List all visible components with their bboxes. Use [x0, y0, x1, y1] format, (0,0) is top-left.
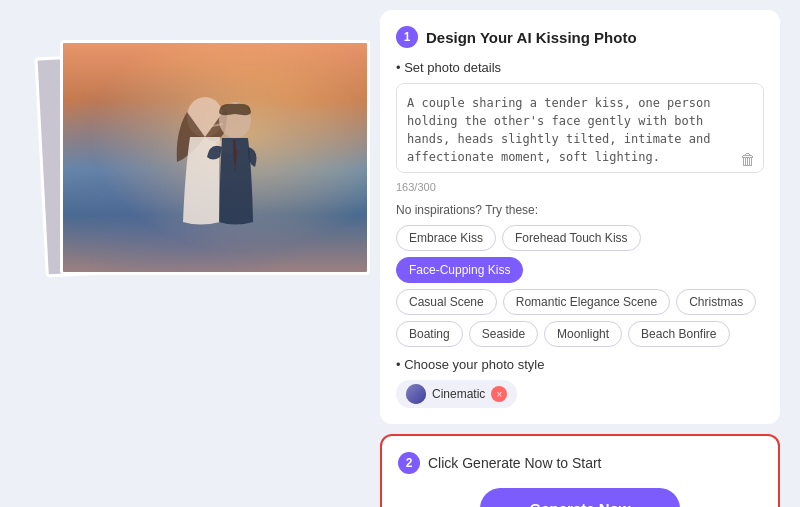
generate-now-button[interactable]: Generate Now	[480, 488, 680, 507]
style-label: Choose your photo style	[396, 357, 764, 372]
tags-row-3: Boating Seaside Moonlight Beach Bonfire	[396, 321, 764, 347]
tag-christmas[interactable]: Christmas	[676, 289, 756, 315]
style-thumbnail	[406, 384, 426, 404]
style-remove-button[interactable]: ×	[491, 386, 507, 402]
image-front	[60, 40, 370, 275]
design-section: 1 Design Your AI Kissing Photo Set photo…	[380, 10, 780, 424]
couple-silhouette	[135, 82, 295, 252]
char-count: 163/300	[396, 181, 764, 193]
section1-title: Design Your AI Kissing Photo	[426, 29, 637, 46]
section2-header: 2 Click Generate Now to Start	[398, 452, 762, 474]
tag-casual-scene[interactable]: Casual Scene	[396, 289, 497, 315]
photo-details-label: Set photo details	[396, 60, 764, 75]
delete-icon[interactable]: 🗑	[740, 151, 756, 169]
tags-row-1: Embrace Kiss Forehead Touch Kiss Face-Cu…	[396, 225, 764, 283]
generate-title: Click Generate Now to Start	[428, 455, 602, 471]
style-name: Cinematic	[432, 387, 485, 401]
tag-beach-bonfire[interactable]: Beach Bonfire	[628, 321, 729, 347]
tag-moonlight[interactable]: Moonlight	[544, 321, 622, 347]
svg-rect-3	[406, 384, 426, 404]
style-chip: Cinematic ×	[396, 380, 517, 408]
tag-embrace-kiss[interactable]: Embrace Kiss	[396, 225, 496, 251]
right-panel: 1 Design Your AI Kissing Photo Set photo…	[380, 10, 780, 507]
step1-badge: 1	[396, 26, 418, 48]
image-preview-stack	[20, 40, 360, 300]
tag-romantic-elegance[interactable]: Romantic Elegance Scene	[503, 289, 670, 315]
tag-boating[interactable]: Boating	[396, 321, 463, 347]
generate-section: 2 Click Generate Now to Start Generate N…	[380, 434, 780, 507]
textarea-wrapper: 🗑	[396, 83, 764, 177]
tags-row-2: Casual Scene Romantic Elegance Scene Chr…	[396, 289, 764, 315]
photo-description-input[interactable]	[396, 83, 764, 173]
section1-header: 1 Design Your AI Kissing Photo	[396, 26, 764, 48]
inspiration-label: No inspirations? Try these:	[396, 203, 764, 217]
tag-forehead-touch[interactable]: Forehead Touch Kiss	[502, 225, 641, 251]
step2-badge: 2	[398, 452, 420, 474]
tag-face-cupping[interactable]: Face-Cupping Kiss	[396, 257, 523, 283]
tag-seaside[interactable]: Seaside	[469, 321, 538, 347]
